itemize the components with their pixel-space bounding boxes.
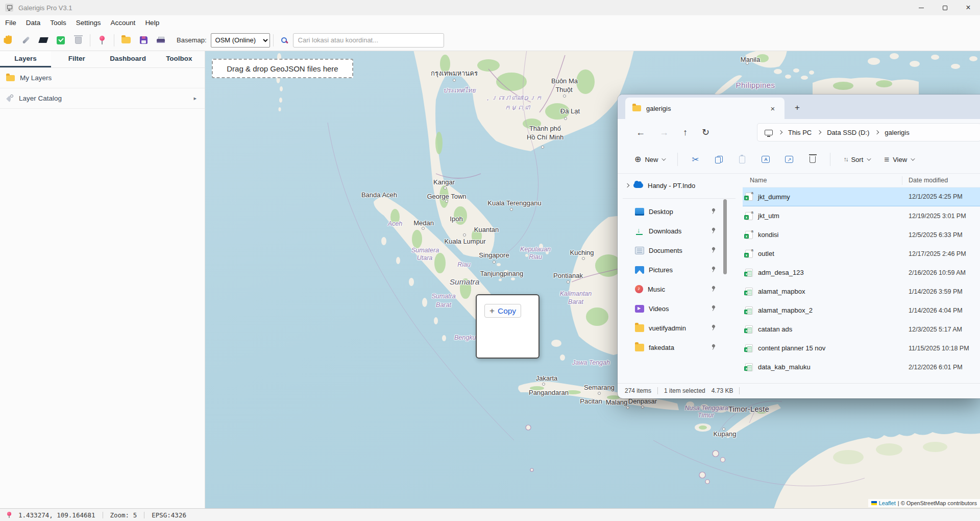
add-pin-button[interactable] (93, 33, 111, 48)
sidebar-item[interactable]: fakedata (635, 338, 743, 357)
status-divider (144, 512, 144, 518)
new-tab-button[interactable]: + (790, 100, 805, 115)
explorer-tab[interactable]: galerigis × (625, 98, 785, 119)
draw-polygon-button[interactable] (35, 33, 52, 48)
measure-button[interactable] (17, 33, 35, 48)
geojson-dropzone[interactable]: Drag & drop GeoJSON files here (212, 59, 353, 78)
onedrive-label: Handy - PT.Indo (648, 182, 695, 190)
breadcrumb-this-pc[interactable]: This PC (788, 129, 812, 136)
breadcrumb-folder[interactable]: galerigis (885, 129, 909, 136)
new-button[interactable]: ⊕ New (630, 152, 669, 167)
panel-tab[interactable]: Layers (0, 51, 51, 67)
maximize-icon (943, 6, 947, 10)
print-button[interactable] (152, 33, 169, 48)
map-label: ព្រះរាជាណាចក្រ (491, 94, 542, 102)
file-row[interactable]: alamat_mapbox_2 1/14/2026 4:04 PM (743, 301, 980, 320)
sort-button[interactable]: ↑↓ Sort (839, 153, 874, 167)
file-row[interactable]: kondisi 12/5/2025 6:33 PM (743, 225, 980, 244)
menu-item[interactable]: Account (111, 19, 136, 27)
map-label: Philippines (736, 81, 775, 89)
sidebar-item-label: vuetifyadmin (649, 324, 686, 332)
section-label: Layer Catalog (19, 94, 62, 102)
menu-item[interactable]: Settings (76, 19, 101, 27)
sidebar-scrollbar[interactable] (723, 199, 727, 274)
tab-title: galerigis (646, 105, 671, 112)
file-name: data_kab_maluku (758, 363, 811, 371)
maximize-button[interactable] (933, 0, 957, 15)
map-label: Riau (457, 261, 471, 268)
sidebar-section[interactable]: My Layers (0, 68, 205, 88)
onedrive-item[interactable]: Handy - PT.Indo (618, 177, 743, 194)
map-label: Barat (568, 298, 583, 305)
map-label: Malang (606, 398, 628, 406)
scissors-icon: ✂ (692, 154, 699, 165)
minimize-button[interactable] (910, 0, 933, 15)
explorer-navrow: ← → ↑ ↻ This PC Data SSD (D:) galerigis (618, 119, 980, 146)
delete-button[interactable] (69, 33, 87, 48)
panel-tab[interactable]: Toolbox (154, 51, 205, 67)
address-bar[interactable]: This PC Data SSD (D:) galerigis (757, 123, 980, 141)
paste-button[interactable] (733, 151, 751, 168)
map-label: Timor-Leste (728, 405, 769, 413)
back-button[interactable]: ← (636, 128, 645, 137)
close-button[interactable]: × (957, 0, 980, 15)
minimize-icon (919, 8, 924, 8)
file-date: 1/14/2026 3:59 PM (909, 288, 963, 295)
column-name[interactable]: Name (750, 177, 767, 184)
sidebar-section[interactable]: Layer Catalog ▸ (0, 88, 205, 109)
menu-item[interactable]: Tools (50, 19, 66, 27)
share-button[interactable]: ↗ (780, 151, 798, 168)
map-label: Jawa Tengah (572, 359, 610, 366)
select-button[interactable] (52, 33, 69, 48)
sidebar-item[interactable]: Music (635, 279, 743, 299)
menu-item[interactable]: Help (145, 19, 159, 27)
basemap-select[interactable]: OSM (Online) (211, 33, 270, 48)
forward-button[interactable]: → (659, 128, 669, 137)
file-row[interactable]: catatan ads 12/3/2025 5:17 AM (743, 320, 980, 339)
file-row[interactable]: jkt_utm 12/19/2025 3:01 PM (743, 206, 980, 225)
checkbox-icon (57, 36, 65, 44)
column-divider[interactable] (902, 176, 902, 185)
file-row[interactable]: jkt_dummy 12/1/2025 4:25 PM (743, 187, 980, 206)
breadcrumb-drive[interactable]: Data SSD (D:) (827, 129, 869, 136)
file-explorer-window: galerigis × + ← → ↑ ↻ This PC Data SSD (… (618, 94, 980, 398)
panel-tab[interactable]: Dashboard (103, 51, 154, 67)
open-file-button[interactable] (117, 33, 135, 48)
map-label: ประเทศไทย (443, 85, 476, 96)
file-row[interactable]: adm_desa_123 2/16/2026 10:59 AM (743, 263, 980, 282)
pan-hand-button[interactable] (0, 33, 17, 48)
refresh-button[interactable]: ↻ (702, 128, 709, 137)
location-search-input[interactable] (293, 33, 444, 48)
search-button[interactable] (277, 33, 292, 48)
sidebar-item[interactable]: Videos (635, 299, 743, 318)
plus-circle-icon: ⊕ (634, 155, 641, 163)
tab-close-button[interactable]: × (767, 103, 778, 114)
rename-button[interactable]: A (756, 151, 775, 168)
cut-button[interactable]: ✂ (686, 151, 704, 168)
map-label: กรุงเทพมหานคร (431, 68, 478, 79)
file-type-icon (745, 325, 753, 334)
menu-item[interactable]: File (5, 19, 16, 27)
toolbar-separator (90, 34, 90, 46)
menu-item[interactable]: Data (26, 19, 41, 27)
file-name: jkt_dummy (758, 193, 790, 201)
copy-button[interactable] (709, 151, 728, 168)
save-button[interactable] (135, 33, 152, 48)
file-row[interactable]: alamat_mapbox 1/14/2026 3:59 PM (743, 282, 980, 301)
file-row[interactable]: outlet 12/17/2025 2:46 PM (743, 244, 980, 263)
delete-button[interactable] (803, 151, 822, 168)
view-button[interactable]: ≡ View (879, 152, 918, 167)
chevron-right-icon (875, 130, 879, 134)
sidebar-item[interactable]: vuetifyadmin (635, 318, 743, 338)
map-label: Singapore (479, 251, 509, 259)
file-row[interactable]: data_kab_maluku 2/12/2026 6:01 PM (743, 358, 980, 376)
save-icon (140, 36, 148, 44)
panel-tab[interactable]: Filter (51, 51, 102, 67)
up-button[interactable]: ↑ (683, 128, 688, 137)
drag-ghost: + Copy (476, 294, 540, 359)
column-date-modified[interactable]: Date modified (909, 177, 948, 184)
map-label: Buôn Ma (551, 77, 578, 85)
file-row[interactable]: content planner 15 nov 11/15/2025 10:18 … (743, 339, 980, 358)
leaflet-link[interactable]: Leaflet (879, 500, 896, 506)
zoom-level: Zoom: 5 (110, 511, 137, 519)
